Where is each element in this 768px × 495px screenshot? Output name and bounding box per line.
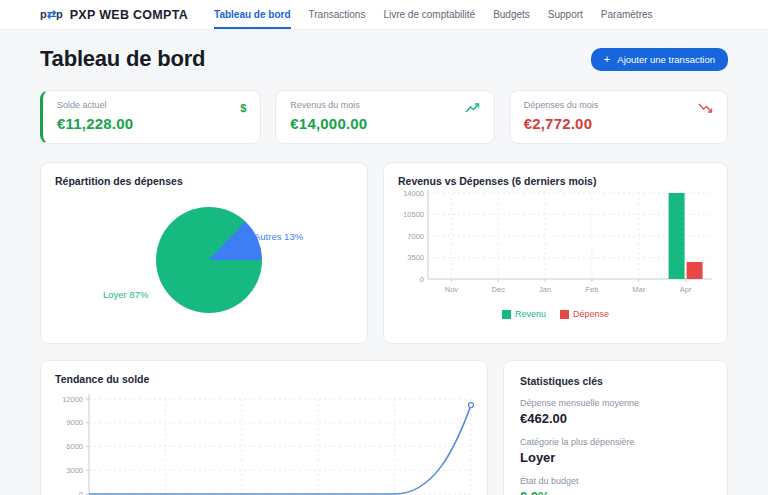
nav-transactions[interactable]: Transactions <box>309 0 366 29</box>
key-stat-label: État du budget <box>520 476 711 486</box>
pie-chart <box>156 207 262 313</box>
legend-revenu: Revenu <box>502 309 546 319</box>
expenses-card: Dépenses du mois €2,772.00 <box>509 90 728 144</box>
app-logo[interactable]: p⇄p PXP WEB COMPTA <box>40 8 188 22</box>
svg-text:Apr: Apr <box>680 285 692 294</box>
key-stat-avg-expense: Dépense mensuelle moyenne €462.00 <box>520 398 711 426</box>
key-stat-label: Dépense mensuelle moyenne <box>520 398 711 408</box>
legend-depense: Dépense <box>560 309 609 319</box>
balance-label: Solde actuel <box>57 100 133 110</box>
svg-text:12000: 12000 <box>62 395 83 404</box>
expenses-label: Dépenses du mois <box>524 100 599 110</box>
trending-down-icon <box>698 102 713 132</box>
app-header: p⇄p PXP WEB COMPTA Tableau de bord Trans… <box>0 0 768 30</box>
svg-text:Mar: Mar <box>632 285 645 294</box>
plus-icon: + <box>604 55 610 64</box>
logo-icon: p⇄p <box>40 8 63 21</box>
key-stat-value: 0.0% <box>520 489 711 495</box>
svg-text:6000: 6000 <box>66 442 83 451</box>
income-vs-expense-panel: Revenus vs Dépenses (6 derniers mois) 03… <box>383 162 728 344</box>
trending-up-icon <box>465 102 480 132</box>
key-stat-budget-state: État du budget 0.0% <box>520 476 711 495</box>
dollar-icon: $ <box>240 102 246 132</box>
svg-text:Dec: Dec <box>492 285 506 294</box>
add-transaction-button[interactable]: + Ajouter une transaction <box>591 48 728 71</box>
nav-parametres[interactable]: Paramètres <box>601 0 653 29</box>
pie-label-autres: Autres 13% <box>254 231 303 242</box>
bar-panel-title: Revenus vs Dépenses (6 derniers mois) <box>398 175 713 187</box>
key-stat-value: €462.00 <box>520 411 711 426</box>
svg-text:Nov: Nov <box>445 285 459 294</box>
svg-text:14000: 14000 <box>403 189 424 198</box>
balance-trend-panel: Tendance du solde 030006000900012000 <box>40 360 488 495</box>
balance-value: €11,228.00 <box>57 115 133 132</box>
app-name: PXP WEB COMPTA <box>70 8 188 22</box>
nav-support[interactable]: Support <box>548 0 583 29</box>
key-stats-panel: Statistiques clés Dépense mensuelle moye… <box>503 360 728 495</box>
key-stat-value: Loyer <box>520 450 711 465</box>
expenses-value: €2,772.00 <box>524 115 599 132</box>
svg-text:9000: 9000 <box>66 418 83 427</box>
svg-text:10500: 10500 <box>403 210 424 219</box>
pie-label-loyer: Loyer 87% <box>103 289 148 300</box>
svg-text:0: 0 <box>79 490 83 495</box>
pie-panel-title: Répartition des dépenses <box>55 175 353 187</box>
svg-text:3000: 3000 <box>66 466 83 475</box>
legend-label-depense: Dépense <box>573 309 609 319</box>
add-transaction-label: Ajouter une transaction <box>617 54 715 65</box>
income-value: €14,000.00 <box>290 115 367 132</box>
svg-text:3500: 3500 <box>407 253 424 262</box>
legend-swatch-revenu <box>502 310 511 319</box>
nav-tableau-de-bord[interactable]: Tableau de bord <box>214 0 291 29</box>
svg-text:7000: 7000 <box>407 232 424 241</box>
key-stats-title: Statistiques clés <box>520 375 711 387</box>
income-card: Revenus du mois €14,000.00 <box>275 90 494 144</box>
main-nav: Tableau de bord Transactions Livre de co… <box>214 0 653 29</box>
nav-budgets[interactable]: Budgets <box>493 0 530 29</box>
legend-label-revenu: Revenu <box>515 309 546 319</box>
bar-chart-legend: Revenu Dépense <box>398 309 713 319</box>
line-chart: 030006000900012000 <box>55 389 475 495</box>
page-title: Tableau de bord <box>40 46 205 72</box>
svg-text:0: 0 <box>420 275 424 284</box>
svg-text:Feb: Feb <box>585 285 598 294</box>
income-label: Revenus du mois <box>290 100 367 110</box>
key-stat-top-category: Catégorie la plus dépensière Loyer <box>520 437 711 465</box>
line-panel-title: Tendance du solde <box>55 373 473 385</box>
key-stat-label: Catégorie la plus dépensière <box>520 437 711 447</box>
bar-chart: 0350070001050014000NovDecJanFebMarApr <box>398 187 713 303</box>
svg-text:Jan: Jan <box>539 285 551 294</box>
legend-swatch-depense <box>560 310 569 319</box>
expense-breakdown-panel: Répartition des dépenses Loyer 87% Autre… <box>40 162 368 344</box>
balance-card: Solde actuel €11,228.00 $ <box>40 90 261 144</box>
nav-livre-de-comptabilite[interactable]: Livre de comptabilité <box>383 0 475 29</box>
stat-cards-row: Solde actuel €11,228.00 $ Revenus du moi… <box>40 90 728 144</box>
